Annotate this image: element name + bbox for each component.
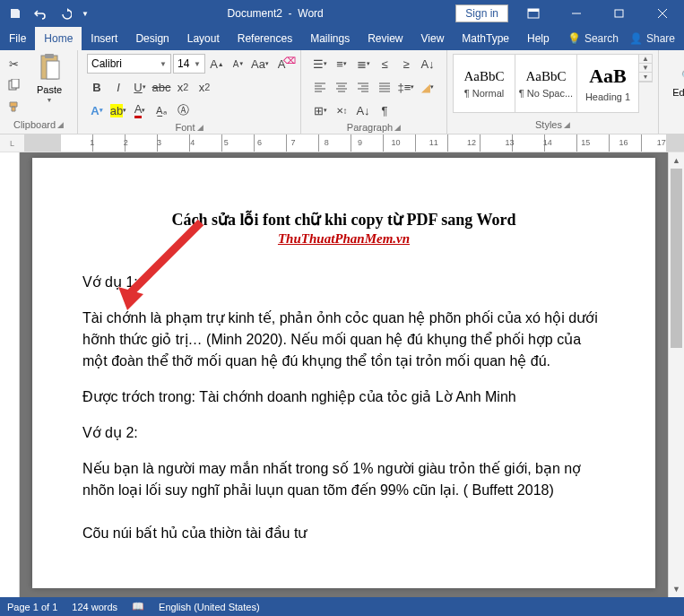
tab-help[interactable]: Help: [518, 27, 558, 50]
status-words[interactable]: 124 words: [72, 602, 117, 612]
text-effects-icon[interactable]: A▾: [87, 100, 107, 120]
highlight-icon[interactable]: ab▾: [108, 100, 128, 120]
copy-icon[interactable]: [4, 75, 23, 95]
scroll-up-icon[interactable]: ▲: [669, 152, 684, 169]
doc-paragraph[interactable]: Tài chớnh là phạm trự kinh tế, phản ỏnh …: [82, 308, 605, 372]
styles-down-icon[interactable]: ▼: [639, 64, 652, 73]
doc-name: Document2: [228, 7, 282, 20]
tab-mailings[interactable]: Mailings: [301, 27, 359, 50]
status-page[interactable]: Page 1 of 1: [7, 602, 57, 612]
bullets-icon[interactable]: ☰▾: [310, 54, 330, 74]
style-normal[interactable]: AaBbC ¶ Normal: [453, 54, 515, 113]
bold-icon[interactable]: B: [87, 77, 107, 97]
close-icon[interactable]: [645, 0, 680, 27]
underline-icon[interactable]: U▾: [130, 77, 150, 97]
increase-indent-icon[interactable]: ≥: [396, 54, 416, 74]
ribbon-options-icon[interactable]: [515, 0, 551, 27]
horizontal-ruler[interactable]: L 1234567891011121314151617: [0, 134, 684, 152]
status-proofing-icon[interactable]: 📖: [132, 601, 144, 612]
format-painter-icon[interactable]: [4, 97, 23, 117]
tab-review[interactable]: Review: [359, 27, 411, 50]
doc-paragraph[interactable]: Nếu bạn là người may mắn nhất trong số 1…: [82, 458, 605, 501]
font-launcher-icon[interactable]: ◢: [197, 123, 203, 132]
decrease-indent-icon[interactable]: ≤: [375, 54, 394, 74]
font-name-combo[interactable]: Calibri▼: [87, 54, 171, 74]
save-icon[interactable]: [4, 2, 27, 25]
italic-icon[interactable]: I: [108, 77, 128, 97]
superscript-icon[interactable]: x2: [195, 77, 214, 97]
clear-format-icon[interactable]: A⌫: [272, 54, 291, 74]
show-hide-icon[interactable]: ¶: [375, 100, 394, 120]
paragraph-launcher-icon[interactable]: ◢: [394, 123, 401, 132]
font-size-combo[interactable]: 14▼: [173, 54, 205, 74]
tab-insert[interactable]: Insert: [82, 27, 126, 50]
maximize-icon[interactable]: [602, 0, 637, 27]
svg-rect-9: [45, 54, 54, 58]
paste-icon: [36, 52, 63, 82]
search-box[interactable]: 💡 Search: [567, 32, 619, 45]
subscript-icon[interactable]: x2: [173, 77, 193, 97]
doc-subtitle[interactable]: ThuThuatPhanMem.vn: [82, 231, 605, 247]
style-label: Heading 1: [585, 91, 630, 102]
grow-font-icon[interactable]: A▲: [207, 54, 227, 74]
tab-mathtype[interactable]: MathType: [453, 27, 518, 50]
tab-file[interactable]: File: [0, 27, 35, 50]
font-color-icon[interactable]: A▾: [130, 100, 150, 120]
cut-icon[interactable]: ✂: [4, 54, 23, 74]
qat-customize-icon[interactable]: ▼: [79, 2, 91, 25]
doc-paragraph[interactable]: Cõu núi bất hủ của thiờn tài đầu tư: [82, 523, 605, 544]
sign-in-button[interactable]: Sign in: [455, 4, 508, 22]
styles-more-icon[interactable]: ▾: [639, 73, 652, 82]
redo-icon[interactable]: [54, 2, 77, 25]
doc-heading[interactable]: Cách sửa lỗi font chữ khi copy từ PDF sa…: [82, 210, 605, 230]
status-language[interactable]: English (United States): [159, 602, 260, 612]
sort-para-icon[interactable]: A↓: [353, 100, 373, 120]
tab-references[interactable]: References: [229, 27, 301, 50]
sort-icon[interactable]: A↓: [418, 54, 437, 74]
justify-icon[interactable]: [375, 77, 394, 97]
tab-home[interactable]: Home: [35, 27, 82, 50]
share-button[interactable]: 👤 Share: [629, 32, 675, 45]
tab-design[interactable]: Design: [126, 27, 177, 50]
paste-button[interactable]: Paste ▼: [36, 52, 63, 103]
scroll-thumb[interactable]: [671, 169, 682, 348]
scroll-down-icon[interactable]: ▼: [669, 581, 684, 597]
undo-icon[interactable]: [29, 2, 52, 25]
group-clipboard: ✂ Paste ▼ Clipboard ◢: [0, 50, 78, 134]
style-no-spacing[interactable]: AaBbC ¶ No Spac...: [515, 54, 577, 113]
enclose-char-icon[interactable]: Ⓐ: [173, 100, 193, 120]
doc-paragraph[interactable]: Vớ dụ 1:: [82, 272, 605, 293]
styles-up-icon[interactable]: ▲: [639, 55, 652, 64]
align-center-icon[interactable]: [332, 77, 351, 97]
styles-launcher-icon[interactable]: ◢: [564, 120, 570, 129]
tab-view[interactable]: View: [412, 27, 454, 50]
numbering-icon[interactable]: ≡▾: [332, 54, 351, 74]
asian-layout-icon[interactable]: ✕↕: [332, 100, 351, 120]
shrink-font-icon[interactable]: A▼: [229, 54, 248, 74]
vertical-ruler[interactable]: [0, 152, 20, 597]
shading-icon[interactable]: ◢▾: [418, 77, 437, 97]
tab-layout[interactable]: Layout: [178, 27, 229, 50]
doc-paragraph[interactable]: Được trớch trong: Tài chớnh doanh nghiệp…: [82, 386, 605, 408]
borders-icon[interactable]: ⊞▾: [310, 100, 330, 120]
title-bar: ▼ Document2 - Word Sign in: [0, 0, 684, 27]
share-icon: 👤: [629, 32, 643, 45]
document-page[interactable]: Cách sửa lỗi font chữ khi copy từ PDF sa…: [32, 158, 655, 588]
align-right-icon[interactable]: [353, 77, 373, 97]
strikethrough-icon[interactable]: abc: [152, 77, 171, 97]
line-spacing-icon[interactable]: ‡≡▾: [396, 77, 416, 97]
paste-label: Paste: [37, 84, 62, 95]
styles-scroll[interactable]: ▲ ▼ ▾: [638, 54, 653, 82]
character-shading-icon[interactable]: A̲ₐ: [152, 100, 171, 120]
vertical-scrollbar[interactable]: ▲ ▼: [668, 152, 684, 597]
find-icon[interactable]: 🔍: [680, 65, 684, 85]
change-case-icon[interactable]: Aa▾: [250, 54, 270, 74]
clipboard-launcher-icon[interactable]: ◢: [57, 120, 64, 129]
multilevel-icon[interactable]: ≣▾: [353, 54, 373, 74]
minimize-icon[interactable]: [558, 0, 594, 27]
doc-body[interactable]: Vớ dụ 1: Tài chớnh là phạm trự kinh tế, …: [82, 272, 605, 544]
style-heading1[interactable]: AaB Heading 1: [576, 54, 639, 113]
doc-paragraph[interactable]: Vớ dụ 2:: [82, 422, 605, 444]
window-title: Document2 - Word: [95, 7, 455, 20]
align-left-icon[interactable]: [310, 77, 330, 97]
